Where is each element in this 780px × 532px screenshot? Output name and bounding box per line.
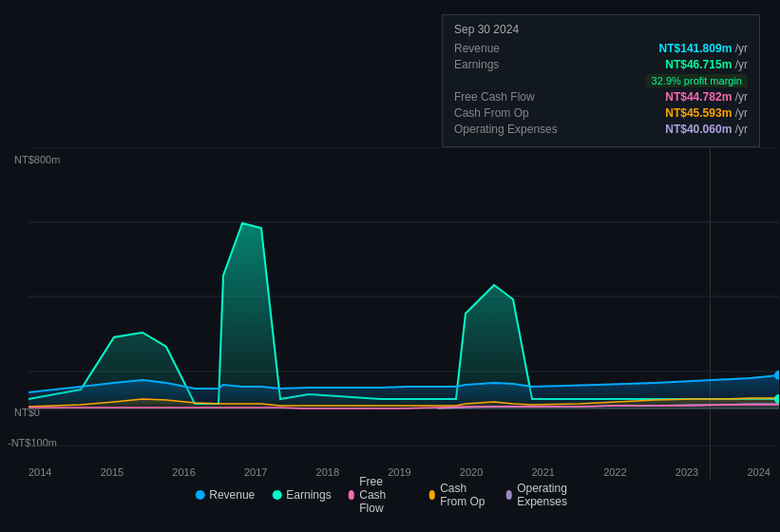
legend-dot-opex <box>506 490 513 500</box>
legend-label-opex: Operating Expenses <box>517 482 585 508</box>
tooltip-box: Sep 30 2024 Revenue NT$141.809m /yr Earn… <box>442 14 760 147</box>
legend-revenue: Revenue <box>195 488 255 502</box>
tooltip-revenue-label: Revenue <box>454 42 568 55</box>
tooltip-opex-label: Operating Expenses <box>454 123 568 136</box>
legend-label-earnings: Earnings <box>286 488 331 502</box>
profit-margin-row: 32.9% profit margin <box>454 74 748 87</box>
x-label-2016: 2016 <box>172 466 195 478</box>
legend-fcf: Free Cash Flow <box>349 475 412 515</box>
x-label-2014: 2014 <box>29 466 51 478</box>
legend-dot-earnings <box>272 490 281 500</box>
tooltip-fcf-value: NT$44.782m /yr <box>665 90 748 104</box>
x-label-2015: 2015 <box>101 466 124 478</box>
main-chart-svg <box>29 147 779 446</box>
legend-dot-revenue <box>195 490 204 500</box>
tooltip-cashop-label: Cash From Op <box>454 106 568 120</box>
tooltip-earnings-row: Earnings NT$46.715m /yr <box>454 58 748 71</box>
tooltip-earnings-value: NT$46.715m /yr <box>665 58 748 71</box>
tooltip-date: Sep 30 2024 <box>454 23 748 36</box>
tooltip-cashop-row: Cash From Op NT$45.593m /yr <box>454 106 748 120</box>
tooltip-revenue-row: Revenue NT$141.809m /yr <box>454 42 748 55</box>
legend-cashop: Cash From Op <box>429 482 489 508</box>
legend-label-cashop: Cash From Op <box>440 482 488 508</box>
legend-opex: Operating Expenses <box>506 482 585 508</box>
x-label-2023: 2023 <box>675 466 698 478</box>
tooltip-fcf-row: Free Cash Flow NT$44.782m /yr <box>454 90 748 104</box>
chart-legend: Revenue Earnings Free Cash Flow Cash Fro… <box>195 475 585 515</box>
tooltip-fcf-label: Free Cash Flow <box>454 90 568 104</box>
tooltip-opex-value: NT$40.060m /yr <box>665 123 748 136</box>
legend-label-fcf: Free Cash Flow <box>359 475 411 515</box>
x-label-2022: 2022 <box>603 466 626 478</box>
legend-dot-cashop <box>429 490 436 500</box>
tooltip-cashop-value: NT$45.593m /yr <box>665 106 748 120</box>
tooltip-opex-row: Operating Expenses NT$40.060m /yr <box>454 123 748 136</box>
legend-earnings: Earnings <box>272 488 331 502</box>
legend-dot-fcf <box>349 490 355 500</box>
chart-area: Sep 30 2024 Revenue NT$141.809m /yr Earn… <box>0 0 780 532</box>
legend-label-revenue: Revenue <box>209 488 255 502</box>
tooltip-earnings-label: Earnings <box>454 58 568 71</box>
x-label-2024: 2024 <box>747 466 770 478</box>
profit-margin-badge: 32.9% profit margin <box>646 74 748 87</box>
tooltip-revenue-value: NT$141.809m /yr <box>659 42 748 55</box>
